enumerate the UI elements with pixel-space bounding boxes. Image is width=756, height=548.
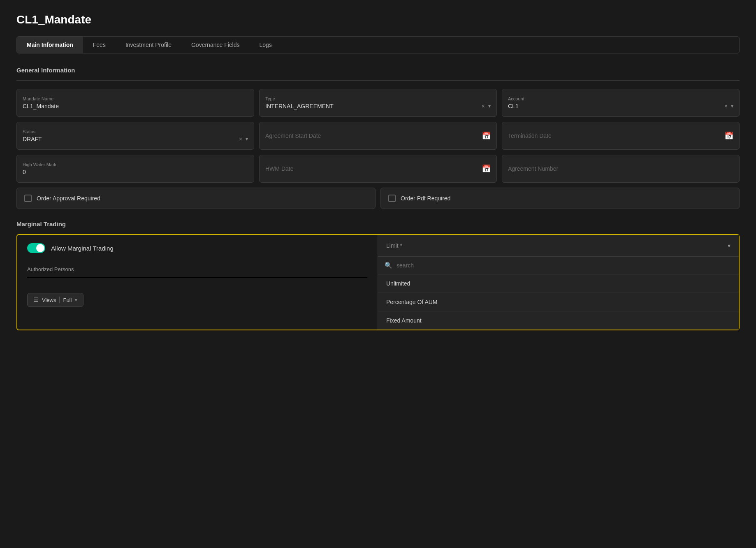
tab-bar: Main Information Fees Investment Profile… xyxy=(16,36,740,53)
general-information-section: General Information Mandate Name CL1_Man… xyxy=(16,67,740,209)
high-water-mark-value: 0 xyxy=(23,169,248,175)
views-divider xyxy=(59,297,60,303)
order-approval-label: Order Approval Required xyxy=(37,195,100,202)
agreement-start-date-calendar-icon[interactable]: 📅 xyxy=(482,131,491,140)
order-approval-checkbox[interactable] xyxy=(24,195,32,202)
agreement-start-date-placeholder: Agreement Start Date xyxy=(265,132,321,139)
order-pdf-label: Order Pdf Required xyxy=(401,195,450,202)
marginal-trading-section: Marginal Trading Allow Marginal Trading … xyxy=(16,221,740,330)
marginal-trading-container: Allow Marginal Trading Authorized Person… xyxy=(16,234,740,330)
high-water-mark-field[interactable]: High Water Mark 0 xyxy=(16,155,254,183)
tab-investment-profile[interactable]: Investment Profile xyxy=(116,37,181,53)
authorized-persons-label: Authorized Persons xyxy=(27,266,368,272)
account-value: CL1 xyxy=(508,103,519,109)
option-fixed-amount[interactable]: Fixed Amount xyxy=(378,311,739,330)
account-chevron-icon[interactable]: ▾ xyxy=(731,103,733,109)
tab-fees[interactable]: Fees xyxy=(83,37,116,53)
account-clear-icon[interactable]: × xyxy=(724,103,728,109)
tab-main-information[interactable]: Main Information xyxy=(17,37,83,53)
order-pdf-field[interactable]: Order Pdf Required xyxy=(380,188,740,209)
marginal-trading-title: Marginal Trading xyxy=(16,221,740,228)
status-field[interactable]: Status DRAFT × ▾ xyxy=(16,122,254,150)
views-chevron-icon[interactable]: ▾ xyxy=(75,297,77,303)
allow-marginal-toggle-row: Allow Marginal Trading xyxy=(27,243,368,253)
agreement-start-date-field[interactable]: Agreement Start Date 📅 xyxy=(259,122,497,150)
form-row-1: Mandate Name CL1_Mandate Type INTERNAL_A… xyxy=(16,89,740,117)
order-pdf-checkbox[interactable] xyxy=(388,195,396,202)
form-row-2: Status DRAFT × ▾ Agreement Start Date 📅 … xyxy=(16,122,740,150)
type-value: INTERNAL_AGREEMENT xyxy=(265,103,334,109)
status-label: Status xyxy=(23,129,248,134)
toggle-knob xyxy=(36,244,44,252)
mandate-name-field[interactable]: Mandate Name CL1_Mandate xyxy=(16,89,254,117)
page-title: CL1_Mandate xyxy=(16,13,740,26)
termination-date-placeholder: Termination Date xyxy=(508,132,552,139)
views-icon: ☰ xyxy=(33,297,39,303)
limit-search-input[interactable] xyxy=(397,262,732,269)
status-value: DRAFT xyxy=(23,136,42,142)
views-button[interactable]: ☰ Views Full ▾ xyxy=(27,293,83,307)
mandate-name-label: Mandate Name xyxy=(23,96,248,101)
limit-chevron-icon[interactable]: ▾ xyxy=(728,242,730,249)
agreement-number-field[interactable]: Agreement Number xyxy=(502,155,740,183)
hwm-date-field[interactable]: HWM Date 📅 xyxy=(259,155,497,183)
allow-marginal-toggle[interactable] xyxy=(27,243,45,253)
views-label: Views xyxy=(42,297,56,303)
termination-date-field[interactable]: Termination Date 📅 xyxy=(502,122,740,150)
general-info-title: General Information xyxy=(16,67,740,74)
type-field[interactable]: Type INTERNAL_AGREEMENT × ▾ xyxy=(259,89,497,117)
high-water-mark-label: High Water Mark xyxy=(23,162,248,167)
option-unlimited[interactable]: Unlimited xyxy=(378,274,739,293)
type-label: Type xyxy=(265,96,491,101)
order-approval-field[interactable]: Order Approval Required xyxy=(16,188,376,209)
type-clear-icon[interactable]: × xyxy=(482,103,485,109)
limit-label: Limit * xyxy=(386,242,402,249)
form-row-3: High Water Mark 0 HWM Date 📅 Agreement N… xyxy=(16,155,740,183)
account-field[interactable]: Account CL1 × ▾ xyxy=(502,89,740,117)
marginal-right-panel: Limit * ▾ 🔍 Unlimited Percentage Of AUM … xyxy=(378,235,739,330)
status-clear-icon[interactable]: × xyxy=(239,136,242,142)
tab-governance-fields[interactable]: Governance Fields xyxy=(181,37,250,53)
account-label: Account xyxy=(508,96,733,101)
status-chevron-icon[interactable]: ▾ xyxy=(246,136,248,142)
allow-marginal-label: Allow Marginal Trading xyxy=(51,245,114,252)
mandate-name-value: CL1_Mandate xyxy=(23,103,248,109)
termination-date-calendar-icon[interactable]: 📅 xyxy=(724,131,733,140)
limit-dropdown-header[interactable]: Limit * ▾ xyxy=(378,235,739,257)
tab-logs[interactable]: Logs xyxy=(249,37,281,53)
checkboxes-row: Order Approval Required Order Pdf Requir… xyxy=(16,188,740,209)
type-chevron-icon[interactable]: ▾ xyxy=(488,103,491,109)
views-option: Full xyxy=(63,297,72,303)
hwm-date-placeholder: HWM Date xyxy=(265,165,293,172)
option-percentage-of-aum[interactable]: Percentage Of AUM xyxy=(378,293,739,311)
agreement-number-placeholder: Agreement Number xyxy=(508,165,733,172)
limit-search-box: 🔍 xyxy=(378,257,739,274)
search-icon: 🔍 xyxy=(385,262,392,269)
hwm-date-calendar-icon[interactable]: 📅 xyxy=(482,164,491,173)
marginal-inner-grid: Allow Marginal Trading Authorized Person… xyxy=(17,235,739,330)
marginal-left-panel: Allow Marginal Trading Authorized Person… xyxy=(17,235,378,330)
